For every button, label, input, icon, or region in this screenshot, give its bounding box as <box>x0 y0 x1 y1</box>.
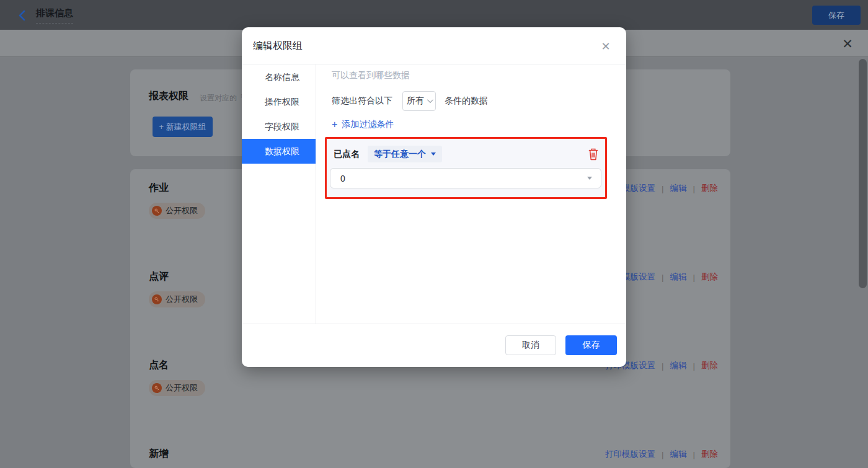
scope-value: 所有 <box>407 95 424 107</box>
tab-name-info[interactable]: 名称信息 <box>242 64 316 89</box>
separator: | <box>662 184 664 193</box>
section-title: 新增 <box>149 448 169 461</box>
back-icon[interactable] <box>16 9 30 22</box>
cancel-button[interactable]: 取消 <box>505 335 556 355</box>
tab-operation-permission[interactable]: 操作权限 <box>242 89 316 114</box>
section-title: 点评 <box>149 270 169 283</box>
page-title: 排课信息 <box>36 7 73 24</box>
modal-header: 编辑权限组 ✕ <box>242 27 626 64</box>
save-button[interactable]: 保存 <box>565 335 617 355</box>
key-icon <box>152 206 162 216</box>
public-permission-badge[interactable]: 公开权限 <box>149 380 205 396</box>
header-save-button[interactable]: 保存 <box>812 6 861 25</box>
badge-label: 公开权限 <box>166 294 198 305</box>
add-filter-label: 添加过滤条件 <box>342 119 394 130</box>
separator: | <box>693 273 695 282</box>
separator: | <box>662 273 664 282</box>
edit-permission-group-modal: 编辑权限组 ✕ 名称信息 操作权限 字段权限 数据权限 可以查看到哪些数据 筛选… <box>242 27 626 367</box>
delete-link[interactable]: 删除 <box>701 449 718 460</box>
edit-link[interactable]: 编辑 <box>670 272 686 283</box>
filter-prefix: 筛选出符合以下 <box>332 95 392 107</box>
badge-label: 公开权限 <box>166 382 198 394</box>
card-hint: 设置对应的「 <box>200 93 244 104</box>
condition-value-select[interactable]: 0 <box>330 168 601 188</box>
chevron-down-icon <box>427 97 433 103</box>
edit-link[interactable]: 编辑 <box>670 360 686 371</box>
edit-link[interactable]: 编辑 <box>670 183 686 194</box>
public-permission-badge[interactable]: 公开权限 <box>149 291 205 307</box>
separator: | <box>662 361 664 371</box>
scope-select[interactable]: 所有 <box>402 91 436 111</box>
filter-suffix: 条件的数据 <box>445 95 488 107</box>
tab-data-permission[interactable]: 数据权限 <box>242 139 316 164</box>
separator: | <box>693 361 695 371</box>
card-title: 报表权限 <box>149 90 188 103</box>
operator-dropdown[interactable]: 等于任意一个 <box>368 146 442 162</box>
key-icon <box>152 383 162 393</box>
modal-title: 编辑权限组 <box>253 27 303 64</box>
print-template-link[interactable]: 打印模版设置 <box>605 449 655 460</box>
modal-tab-column: 名称信息 操作权限 字段权限 数据权限 <box>242 64 316 324</box>
operator-value: 等于任意一个 <box>374 149 426 160</box>
vertical-scrollbar[interactable] <box>859 59 867 288</box>
caret-down-icon <box>587 177 592 180</box>
trash-icon[interactable] <box>588 148 599 161</box>
app-header: 排课信息 保存 <box>0 0 868 30</box>
delete-link[interactable]: 删除 <box>701 272 718 283</box>
separator: | <box>693 184 695 193</box>
row-actions: 打印模版设置 | 编辑 | 删除 <box>605 449 718 460</box>
condition-row: 已点名 等于任意一个 <box>327 139 605 162</box>
condition-highlight-box: 已点名 等于任意一个 0 <box>325 137 607 199</box>
delete-link[interactable]: 删除 <box>701 183 718 194</box>
condition-field-label: 已点名 <box>334 149 360 160</box>
public-permission-badge[interactable]: 公开权限 <box>149 203 205 219</box>
separator: | <box>693 450 695 459</box>
edit-link[interactable]: 编辑 <box>670 449 686 460</box>
section-title: 点名 <box>149 359 169 372</box>
add-filter-condition-link[interactable]: + 添加过滤条件 <box>332 119 394 130</box>
badge-label: 公开权限 <box>166 205 198 216</box>
modal-footer: 取消 保存 <box>242 324 626 366</box>
separator: | <box>662 450 664 459</box>
modal-body: 名称信息 操作权限 字段权限 数据权限 可以查看到哪些数据 筛选出符合以下 所有… <box>242 64 626 324</box>
section-title: 作业 <box>149 182 169 195</box>
page-close-icon[interactable]: ✕ <box>839 35 856 53</box>
modal-close-icon[interactable]: ✕ <box>598 38 614 55</box>
filter-row: 筛选出符合以下 所有 条件的数据 <box>332 91 626 111</box>
caret-down-icon <box>431 152 436 156</box>
key-icon <box>152 294 162 304</box>
data-permission-panel: 可以查看到哪些数据 筛选出符合以下 所有 条件的数据 + 添加过滤条件 已点名 … <box>317 64 626 324</box>
delete-link[interactable]: 删除 <box>701 360 718 371</box>
plus-icon: + <box>332 120 337 129</box>
tab-field-permission[interactable]: 字段权限 <box>242 114 316 139</box>
panel-hint: 可以查看到哪些数据 <box>332 70 626 81</box>
condition-value: 0 <box>340 174 345 183</box>
new-permission-group-button[interactable]: + 新建权限组 <box>153 117 213 137</box>
